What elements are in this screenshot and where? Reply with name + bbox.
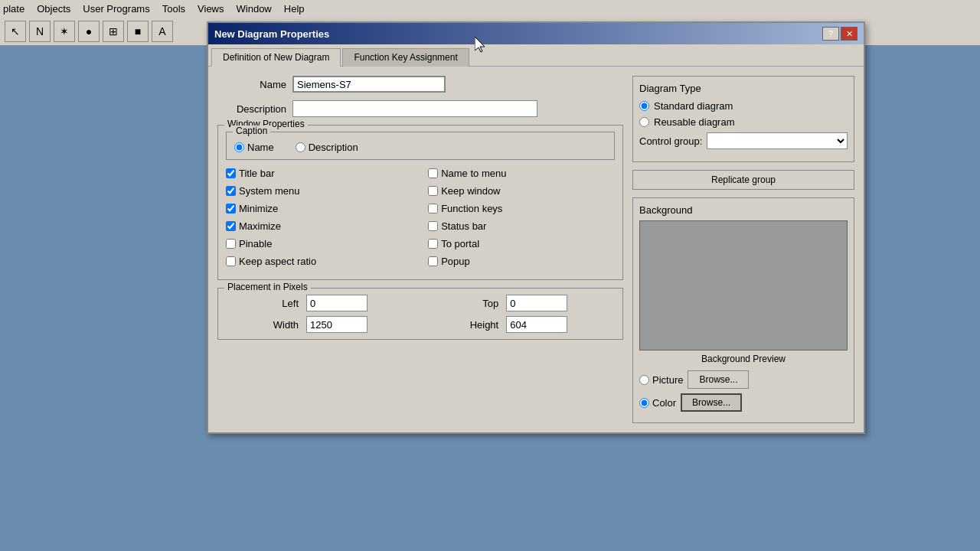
menu-tools[interactable]: Tools bbox=[162, 3, 185, 15]
dialog-controls: ? ✕ bbox=[822, 27, 858, 41]
description-input[interactable] bbox=[292, 100, 537, 117]
dialog-help-button[interactable]: ? bbox=[822, 27, 839, 41]
diagram-type-title: Diagram Type bbox=[639, 83, 848, 94]
left-label: Left bbox=[226, 298, 299, 309]
control-group-label: Control group: bbox=[639, 135, 702, 147]
background-preview-label: Background Preview bbox=[639, 354, 848, 364]
height-label: Height bbox=[423, 319, 498, 331]
background-preview-image bbox=[639, 220, 848, 350]
checkbox-to-portal-input[interactable] bbox=[428, 239, 438, 249]
diagram-type-box: Diagram Type Standard diagram Reusable d… bbox=[632, 76, 854, 162]
top-input[interactable] bbox=[506, 295, 567, 311]
checkbox-name-to-menu-input[interactable] bbox=[428, 168, 438, 178]
checkbox-minimize: Minimize bbox=[226, 203, 413, 214]
menu-plate[interactable]: plate bbox=[3, 3, 24, 15]
checkbox-system-menu-input[interactable] bbox=[226, 186, 236, 196]
color-radio-label[interactable]: Color bbox=[639, 397, 676, 409]
checkbox-function-keys-input[interactable] bbox=[428, 204, 438, 214]
checkbox-title-bar-input[interactable] bbox=[226, 168, 236, 178]
toolbar-btn-square[interactable]: ■ bbox=[127, 21, 149, 42]
checkbox-system-menu: System menu bbox=[226, 185, 413, 197]
caption-name-label[interactable]: Name bbox=[234, 142, 274, 153]
caption-radio-row: Name Description bbox=[234, 142, 606, 153]
checkbox-function-keys: Function keys bbox=[428, 203, 615, 214]
tab-function-key[interactable]: Function Key Assignment bbox=[342, 48, 469, 67]
height-input[interactable] bbox=[506, 316, 567, 333]
checkboxes-right: Name to menu Keep window bbox=[428, 168, 615, 273]
menu-user-programs[interactable]: User Programs bbox=[83, 3, 149, 15]
color-label: Color bbox=[652, 397, 676, 409]
toolbar-btn-n[interactable]: N bbox=[29, 21, 51, 42]
checkbox-status-bar-input[interactable] bbox=[428, 221, 438, 231]
right-panel: Diagram Type Standard diagram Reusable d… bbox=[632, 76, 854, 423]
picture-label: Picture bbox=[652, 374, 683, 386]
background-box: Background Background Preview Picture Br… bbox=[632, 197, 854, 423]
dialog-body: Name Description Window Properties Capti… bbox=[208, 67, 864, 432]
caption-desc-radio[interactable] bbox=[296, 142, 305, 152]
checkbox-to-portal: To portal bbox=[428, 238, 615, 249]
window-properties-group: Window Properties Caption Name Descripti… bbox=[217, 125, 623, 280]
name-input[interactable] bbox=[292, 76, 446, 93]
control-group-select[interactable] bbox=[707, 132, 848, 149]
width-label: Width bbox=[226, 319, 299, 331]
placement-group: Placement in Pixels Left Top Width Heigh… bbox=[217, 288, 623, 340]
color-option-row: Color Browse... bbox=[639, 393, 848, 412]
menu-window[interactable]: Window bbox=[237, 3, 272, 15]
dialog-titlebar: New Diagram Properties ? ✕ bbox=[208, 23, 864, 44]
checkbox-popup-input[interactable] bbox=[428, 256, 438, 266]
description-label: Description bbox=[217, 103, 286, 115]
checkbox-keep-aspect: Keep aspect ratio bbox=[226, 256, 413, 267]
picture-radio-label[interactable]: Picture bbox=[639, 374, 683, 386]
control-group-row: Control group: bbox=[639, 132, 848, 149]
menu-views[interactable]: Views bbox=[198, 3, 224, 15]
dialog-close-button[interactable]: ✕ bbox=[841, 27, 858, 41]
checkbox-keep-window-input[interactable] bbox=[428, 186, 438, 196]
standard-diagram-label: Standard diagram bbox=[654, 100, 733, 112]
toolbar-btn-text[interactable]: A bbox=[152, 21, 173, 42]
dialog-title: New Diagram Properties bbox=[214, 28, 329, 40]
toolbar-btn-star[interactable]: ✶ bbox=[54, 21, 75, 42]
toolbar-btn-arrow[interactable]: ↖ bbox=[5, 21, 26, 42]
checkbox-minimize-input[interactable] bbox=[226, 204, 236, 214]
checkboxes-container: Title bar System menu bbox=[226, 168, 615, 273]
picture-option-row: Picture Browse... bbox=[639, 370, 848, 389]
checkbox-title-bar: Title bar bbox=[226, 168, 413, 179]
standard-diagram-option: Standard diagram bbox=[639, 100, 848, 112]
menu-help[interactable]: Help bbox=[284, 3, 305, 15]
menu-objects[interactable]: Objects bbox=[37, 3, 70, 15]
browse-color-button[interactable]: Browse... bbox=[681, 393, 742, 412]
replicate-button[interactable]: Replicate group bbox=[632, 170, 854, 190]
toolbar-btn-circle[interactable]: ● bbox=[78, 21, 100, 42]
width-input[interactable] bbox=[306, 316, 368, 333]
top-label: Top bbox=[423, 298, 498, 309]
dialog-tabs: Definition of New Diagram Function Key A… bbox=[208, 44, 864, 67]
caption-title: Caption bbox=[233, 126, 270, 136]
reusable-diagram-option: Reusable diagram bbox=[639, 116, 848, 128]
checkbox-status-bar: Status bar bbox=[428, 220, 615, 232]
checkbox-maximize-input[interactable] bbox=[226, 221, 236, 231]
color-radio[interactable] bbox=[639, 398, 649, 408]
tab-definition[interactable]: Definition of New Diagram bbox=[211, 48, 341, 67]
caption-desc-label[interactable]: Description bbox=[296, 142, 358, 153]
caption-group: Caption Name Description bbox=[226, 132, 615, 160]
new-diagram-dialog: New Diagram Properties ? ✕ Definition of… bbox=[207, 21, 865, 434]
browse-picture-button[interactable]: Browse... bbox=[688, 370, 749, 389]
reusable-diagram-label: Reusable diagram bbox=[654, 116, 735, 128]
description-row: Description bbox=[217, 100, 623, 117]
background-title: Background bbox=[639, 204, 848, 216]
checkbox-pinable-input[interactable] bbox=[226, 239, 236, 249]
checkboxes-left: Title bar System menu bbox=[226, 168, 413, 273]
picture-radio[interactable] bbox=[639, 375, 649, 385]
toolbar-btn-grid[interactable]: ⊞ bbox=[103, 21, 124, 42]
reusable-diagram-radio[interactable] bbox=[639, 117, 649, 127]
name-label: Name bbox=[217, 79, 286, 90]
left-panel: Name Description Window Properties Capti… bbox=[217, 76, 623, 423]
placement-title: Placement in Pixels bbox=[224, 282, 311, 292]
left-input[interactable] bbox=[306, 295, 368, 311]
checkbox-name-to-menu: Name to menu bbox=[428, 168, 615, 179]
standard-diagram-radio[interactable] bbox=[639, 101, 649, 111]
checkbox-keep-window: Keep window bbox=[428, 185, 615, 197]
checkbox-pinable: Pinable bbox=[226, 238, 413, 249]
caption-name-radio[interactable] bbox=[234, 142, 244, 152]
checkbox-keep-aspect-input[interactable] bbox=[226, 256, 236, 266]
